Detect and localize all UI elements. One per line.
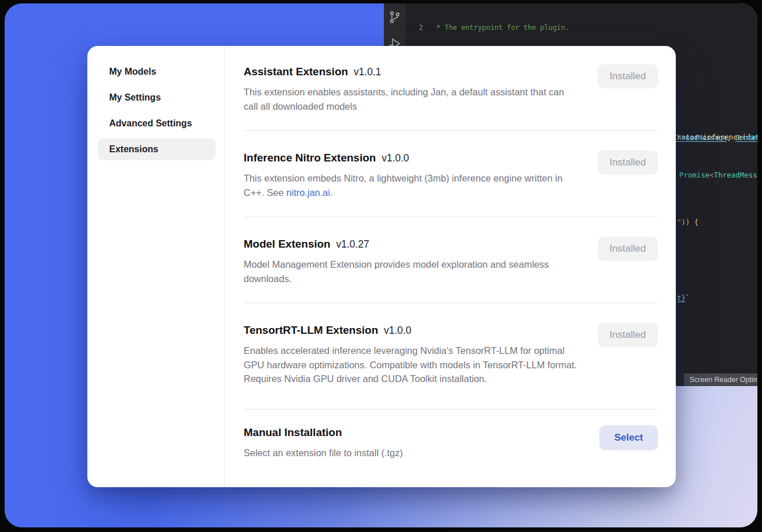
code-fragment: Promise<ThreadMessage> <box>679 171 757 179</box>
code-token: ThreadMessage <box>714 171 757 179</box>
code-token: rator. <box>677 133 703 141</box>
source-control-icon[interactable] <box>388 10 402 24</box>
installed-button[interactable]: Installed <box>598 323 658 347</box>
sidebar-item-advanced-settings[interactable]: Advanced Settings <box>98 113 215 134</box>
code-token: " <box>677 218 682 226</box>
line-number: 2 <box>406 23 423 32</box>
sidebar-item-my-settings[interactable]: My Settings <box>98 87 215 109</box>
extension-description: This extension embeds Nitro, a lightweig… <box>244 171 578 199</box>
extension-name: Manual Installation <box>244 426 342 438</box>
settings-modal: My Models My Settings Advanced Settings … <box>87 46 676 487</box>
extension-info: Manual Installation Select an extension … <box>244 425 403 460</box>
settings-sidebar: My Models My Settings Advanced Settings … <box>87 46 225 487</box>
screen-reader-mode-indicator[interactable]: Screen Reader Optimized <box>684 373 757 386</box>
extension-title: Model Extensionv1.0.27 <box>244 237 578 252</box>
manual-installation-title: Manual Installation <box>244 425 403 440</box>
code-token: )) { <box>682 218 699 226</box>
sidebar-item-extensions[interactable]: Extensions <box>98 138 215 160</box>
extension-name: TensortRT-LLM Extension <box>244 324 378 336</box>
extension-title: Inference Nitro Extensionv1.0.0 <box>244 151 578 165</box>
extension-description: This extension enables assistants, inclu… <box>244 85 578 113</box>
code-token: t} <box>677 294 686 302</box>
page-background: 2 * The entrypoint for the plugin. 3 */ … <box>0 0 762 532</box>
sidebar-item-my-models[interactable]: My Models <box>98 61 215 83</box>
extension-row: Inference Nitro Extensionv1.0.0 This ext… <box>244 131 658 217</box>
app-window: 2 * The entrypoint for the plugin. 3 */ … <box>5 3 757 527</box>
installed-button[interactable]: Installed <box>598 151 658 175</box>
code-line: 2 * The entrypoint for the plugin. <box>406 23 757 32</box>
code-token: Promise <box>679 171 710 179</box>
code-token: inference <box>703 133 742 141</box>
extension-version: v1.0.27 <box>336 238 369 250</box>
extension-version: v1.0.0 <box>382 152 409 164</box>
code-token: ` <box>686 294 690 302</box>
extension-description: Model Management Extension provides mode… <box>244 257 578 286</box>
code-token: data <box>746 133 757 141</box>
manual-installation-description: Select an extension file to install (.tg… <box>244 446 403 460</box>
code-fragment: ")) { <box>677 218 699 226</box>
installed-button[interactable]: Installed <box>598 64 658 88</box>
extension-description: Enables accelerated inference leveraging… <box>244 344 578 386</box>
installed-button[interactable]: Installed <box>598 237 658 261</box>
extensions-list: Assistant Extensionv1.0.1 This extension… <box>225 46 676 487</box>
extension-row: Model Extensionv1.0.27 Model Management … <box>244 217 658 303</box>
extension-version: v1.0.1 <box>354 66 382 78</box>
extension-row: TensortRT-LLM Extensionv1.0.0 Enables ac… <box>244 303 658 410</box>
extension-info: Assistant Extensionv1.0.1 This extension… <box>244 64 578 113</box>
nitro-jan-ai-link[interactable]: nitro.jan.ai. <box>286 187 333 198</box>
extension-name: Model Extension <box>244 238 330 250</box>
manual-installation-row: Manual Installation Select an extension … <box>244 410 658 472</box>
extension-row: Assistant Extensionv1.0.1 This extension… <box>244 53 658 131</box>
extension-info: TensortRT-LLM Extensionv1.0.0 Enables ac… <box>244 323 578 386</box>
extension-title: Assistant Extensionv1.0.1 <box>244 64 578 79</box>
code-text: * The entrypoint for the plugin. <box>432 23 569 32</box>
extension-name: Assistant Extension <box>244 65 348 78</box>
code-fragment: rator.inference(data)); <box>677 133 757 141</box>
extension-title: TensortRT-LLM Extensionv1.0.0 <box>244 323 578 338</box>
code-fragment: t}` <box>677 294 690 302</box>
extension-version: v1.0.0 <box>384 325 411 336</box>
extension-name: Inference Nitro Extension <box>244 152 376 164</box>
select-file-button[interactable]: Select <box>599 425 658 450</box>
extension-info: Inference Nitro Extensionv1.0.0 This ext… <box>244 151 578 199</box>
extension-info: Model Extensionv1.0.27 Model Management … <box>244 237 578 286</box>
